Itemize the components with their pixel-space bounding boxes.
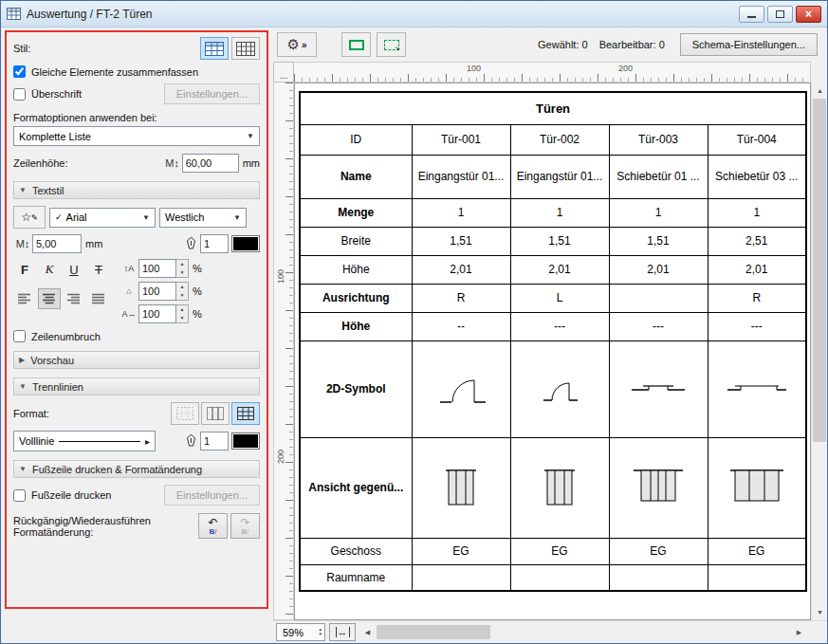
cell[interactable]: 1,51 [510,227,609,255]
cell[interactable]: Eingangstür 01... [412,155,510,198]
cell[interactable]: R [708,284,806,312]
scroll-left-icon[interactable]: ◀ [359,624,376,640]
row-label[interactable]: Ansicht gegenü... [300,437,412,538]
cell[interactable]: 1,51 [609,227,708,255]
options-button[interactable]: ⚙ » [277,32,317,57]
cell-2d-symbol[interactable] [708,340,806,437]
cell[interactable]: EG [708,538,806,564]
separator-none-button[interactable] [171,402,199,425]
heading-checkbox[interactable] [13,88,26,101]
schedule-canvas[interactable]: Türen ID Tür-001 Tür-002 Tür-003 Tür-004… [294,83,811,620]
cell[interactable] [708,564,806,591]
zoom-spinner[interactable]: ▲▼ [319,628,322,637]
section-preview[interactable]: ▶ Vorschau [13,351,260,369]
cell[interactable]: EG [510,538,609,564]
separator-pen-color-swatch[interactable] [231,432,260,450]
row-label[interactable]: Menge [300,198,412,227]
scroll-up-icon[interactable]: ▲ [812,83,827,99]
row-label[interactable]: ID [300,124,412,155]
separator-grid-button[interactable] [231,402,260,425]
zoom-control[interactable]: 59% ▲▼ [276,623,325,641]
row-label[interactable]: Ausrichtung [300,284,412,312]
vertical-scrollbar[interactable]: ▲ ▼ [811,83,827,620]
cell-elevation[interactable] [412,437,510,538]
text-pen-color-swatch[interactable] [231,235,260,252]
char-width-input[interactable] [138,282,176,301]
select-area-button[interactable] [341,32,371,57]
row-label[interactable]: Höhe [300,312,412,340]
cell[interactable]: --- [708,312,806,340]
row-label[interactable]: Name [300,155,412,198]
row-label[interactable]: Geschoss [300,538,412,564]
cell-2d-symbol[interactable] [412,340,510,437]
cell[interactable]: Eingangstür 01... [510,155,609,198]
minimize-button[interactable] [739,6,764,23]
cell-2d-symbol[interactable] [510,340,609,437]
scroll-right-icon[interactable]: ▶ [791,624,807,640]
cell[interactable]: Tür-002 [510,124,609,155]
cell[interactable]: R [412,284,510,312]
vertical-scroll-thumb[interactable] [813,99,826,442]
cell[interactable]: -- [412,312,510,340]
section-footer[interactable]: ▼ Fußzeile drucken & Formatänderung [13,460,260,478]
strikethrough-button[interactable]: T [87,259,110,280]
italic-button[interactable]: K [38,259,61,280]
align-right-button[interactable] [63,288,85,309]
row-label[interactable]: 2D-Symbol [300,340,412,437]
align-left-button[interactable] [13,288,36,309]
section-textstyle[interactable]: ▼ Textstil [13,181,260,199]
cell[interactable] [510,564,609,591]
cell[interactable]: Schiebetür 01 ... [609,155,708,198]
cell[interactable]: 2,01 [609,255,708,284]
cell[interactable]: L [510,284,609,312]
cell[interactable]: 2,01 [708,255,806,284]
cell[interactable]: EG [609,538,708,564]
cell[interactable]: Tür-001 [412,124,510,155]
ruler-options-button[interactable]: ... [273,62,294,83]
font-select[interactable]: ✓ Arial ▼ [49,208,156,228]
horizontal-scrollbar[interactable]: ◀ ▶ [359,624,807,640]
horizontal-scroll-thumb[interactable] [377,625,490,639]
cell[interactable]: 2,01 [510,255,609,284]
line-spacing-input[interactable] [138,259,176,278]
cell-2d-symbol[interactable] [609,340,708,437]
char-width-spinner[interactable]: ▲▼ [176,282,189,301]
redo-format-button[interactable]: ↷ B/ [230,513,260,539]
fit-width-button[interactable]: ↔ [329,623,356,641]
line-type-field[interactable]: Volllinie ▸ [13,431,156,451]
cell[interactable]: --- [609,312,708,340]
align-center-button[interactable] [38,288,61,309]
cell[interactable]: Schiebetür 03 ... [708,155,806,198]
cell-elevation[interactable] [609,437,708,538]
line-spacing-spinner[interactable]: ▲▼ [176,259,189,278]
cell[interactable]: 2,01 [412,255,510,284]
bold-button[interactable]: F [13,259,36,280]
align-justify-button[interactable] [87,288,110,309]
separator-pen-input[interactable] [200,432,229,451]
section-separators[interactable]: ▼ Trennlinien [13,377,260,396]
select-elements-button[interactable]: ↘ [377,32,406,57]
titlebar[interactable]: Auswertung / FT-2 Türen × [1,1,827,28]
cell[interactable]: EG [412,538,510,564]
script-select[interactable]: Westlich ▼ [159,208,247,228]
maximize-button[interactable] [767,6,793,23]
font-size-input[interactable] [32,234,82,253]
cell[interactable]: 1 [609,198,708,227]
scroll-down-icon[interactable]: ▼ [812,604,827,620]
close-button[interactable]: × [796,6,821,23]
row-height-input[interactable] [182,154,239,173]
cell[interactable] [609,284,708,312]
cell[interactable]: 1 [510,198,609,227]
text-pen-input[interactable] [200,234,229,253]
style-merged-button[interactable] [200,37,229,60]
cell[interactable] [609,564,708,591]
char-spacing-spinner[interactable]: ▲▼ [176,304,189,323]
style-grid-button[interactable] [231,37,260,60]
wordwrap-checkbox[interactable] [13,330,26,342]
cell[interactable]: 1,51 [412,227,510,255]
favorites-button[interactable]: ☆✎ [13,206,46,229]
row-label[interactable]: Raumname [300,564,412,591]
cell-elevation[interactable] [510,437,609,538]
cell[interactable]: 2,51 [708,227,806,255]
cell-elevation[interactable] [708,437,806,538]
